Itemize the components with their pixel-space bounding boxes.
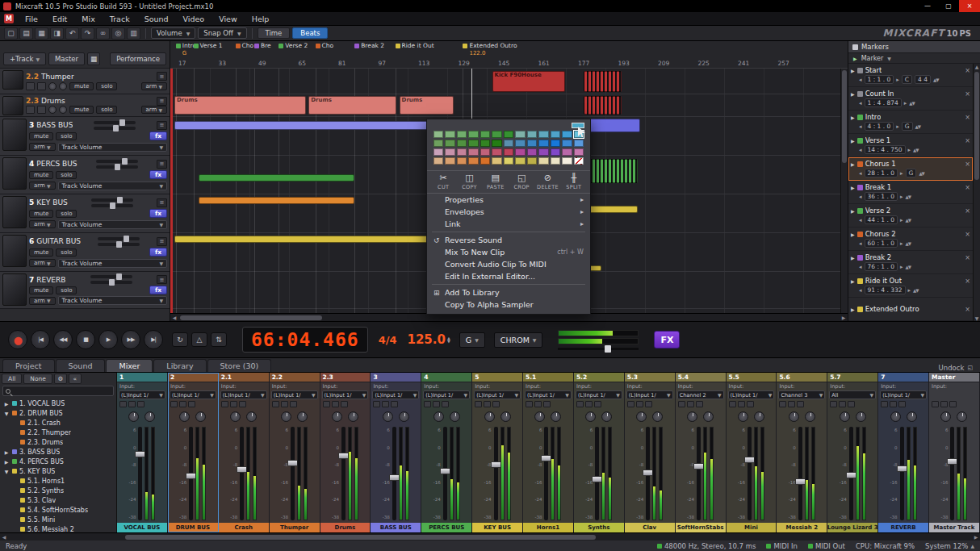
marker-color-icon[interactable] — [857, 255, 863, 261]
solo-icon[interactable] — [332, 401, 339, 407]
channel-number[interactable]: 5.6 — [777, 373, 827, 382]
input-select[interactable]: Channel 2▼ — [677, 390, 724, 399]
marker-spin-buttons[interactable]: ▲▼ — [906, 265, 911, 269]
send-knob[interactable] — [754, 411, 764, 422]
marker-timesig[interactable]: 4 4 — [915, 75, 931, 84]
marker-delete-button[interactable]: × — [965, 137, 970, 144]
menu-item-reverse-sound[interactable]: ↺Reverse Sound — [427, 234, 590, 246]
stop-button[interactable]: ■ — [76, 330, 95, 349]
input-select[interactable]: (L)Input 1/▼ — [220, 390, 267, 399]
marker-next-icon[interactable]: ▸ — [896, 77, 899, 83]
color-swatch[interactable] — [504, 157, 513, 165]
key-select[interactable]: G▼ — [459, 332, 485, 348]
marker-position[interactable]: 14 : 4 . 750 — [865, 145, 906, 154]
mute-icon[interactable] — [424, 401, 431, 407]
arm-icon[interactable] — [797, 401, 804, 407]
mute-button[interactable]: mute — [29, 286, 53, 294]
mute-icon[interactable] — [627, 401, 634, 407]
mixer-tree-item-5-3-clav[interactable]: 5.3. Clav — [0, 495, 116, 505]
input-select[interactable]: (L)Input 1/▼ — [372, 390, 419, 399]
marker-color-icon[interactable] — [857, 278, 863, 284]
marker-next-icon[interactable]: ▸ — [908, 147, 911, 153]
solo-button[interactable]: solo — [96, 82, 117, 90]
arm-icon[interactable] — [239, 401, 246, 407]
solo-icon[interactable] — [179, 401, 186, 407]
solo-icon[interactable] — [484, 401, 491, 407]
marker-color-icon[interactable] — [857, 91, 863, 97]
marker-play-icon[interactable]: ▶ — [851, 208, 855, 214]
color-swatch[interactable] — [562, 157, 572, 165]
midi-in-indicator[interactable]: MIDI In — [766, 542, 798, 550]
track-pan-slider[interactable] — [96, 165, 138, 169]
marker-position[interactable]: 76 : 1 . 0 — [865, 262, 898, 271]
channel-number[interactable]: 5.7 — [827, 373, 877, 382]
menu-item-mix-to-new-clip[interactable]: Mix To New Clip ctrl + W — [427, 246, 590, 258]
marker-spin-buttons[interactable]: ▲▼ — [913, 288, 918, 293]
fast-forward-button[interactable]: ▶▶ — [121, 330, 140, 349]
search-input[interactable] — [13, 387, 111, 394]
pan-knob[interactable] — [433, 411, 444, 422]
track-options-button[interactable]: ≡ — [157, 198, 167, 207]
marker-key[interactable]: C — [902, 75, 912, 84]
marker-row-verse-2[interactable]: ▶Verse 2× ◂44 : 1 . 0▸▲▼ — [848, 204, 973, 227]
marker-play-icon[interactable]: ▶ — [851, 115, 855, 120]
solo-icon[interactable] — [534, 401, 542, 407]
track-volume-slider[interactable] — [98, 237, 140, 240]
track-volume-select[interactable]: Track Volume▼ — [58, 182, 168, 190]
pan-knob[interactable] — [48, 106, 57, 114]
mixer-tree-item-3-bass-bus[interactable]: ▶ 3. BASS BUS — [0, 447, 116, 457]
timeline-marker-flag[interactable]: Extended Outro122.0 — [463, 42, 517, 56]
marker-row-extended-outro[interactable]: ▶Extended Outro× — [848, 298, 973, 321]
input-select[interactable]: Channel 3▼ — [778, 390, 825, 399]
track-volume-slider[interactable] — [90, 275, 132, 278]
marker-position[interactable]: 36 : 1 . 0 — [865, 192, 898, 201]
color-swatch[interactable] — [515, 140, 525, 147]
color-swatch[interactable] — [445, 148, 454, 156]
marker-play-icon[interactable]: ▶ — [851, 185, 855, 190]
volume-fader[interactable] — [392, 427, 396, 520]
arm-button[interactable]: arm ▼ — [29, 259, 56, 267]
color-swatch[interactable] — [468, 131, 478, 138]
marker-prev-icon[interactable]: ◂ — [859, 170, 862, 177]
solo-icon[interactable] — [585, 401, 593, 407]
color-swatch[interactable] — [574, 157, 584, 165]
color-swatch[interactable] — [527, 140, 537, 147]
arm-icon[interactable] — [290, 401, 297, 407]
crop-button[interactable]: ◱CROP — [509, 173, 534, 190]
mixer-tree-item-5-6-messiah-2[interactable]: 5.6. Messiah 2 — [0, 524, 116, 532]
color-swatch[interactable] — [433, 140, 443, 147]
color-swatch[interactable] — [527, 157, 537, 165]
menu-sound[interactable]: Sound — [137, 12, 176, 25]
arm-icon[interactable] — [848, 401, 855, 407]
tab-mixer[interactable]: Mixer — [106, 359, 153, 372]
channel-name[interactable]: Messiah 2 — [777, 523, 827, 532]
input-select[interactable]: (L)Input 1/▼ — [626, 390, 673, 399]
marker-prev-icon[interactable]: ◂ — [859, 240, 862, 247]
marker-row-break-1[interactable]: ▶Break 1× ◂36 : 1 . 0▸▲▼ — [848, 181, 973, 204]
channel-number[interactable]: 4 — [421, 373, 471, 382]
solo-icon[interactable] — [636, 401, 643, 407]
tab-sound[interactable]: Sound — [56, 359, 106, 372]
marker-key[interactable]: G — [906, 169, 917, 177]
marker-color-icon[interactable] — [857, 138, 863, 144]
input-select[interactable]: (L)Input 1/▼ — [474, 390, 521, 399]
marker-color-icon[interactable] — [857, 68, 863, 73]
pan-knob[interactable] — [383, 411, 393, 422]
track-options-button[interactable]: ≡ — [157, 72, 167, 81]
menu-item-convert-audio-clip-to-midi[interactable]: Convert Audio Clip To MIDI — [427, 258, 590, 270]
tree-expand-icon[interactable]: ▶ — [3, 449, 10, 455]
marker-next-icon[interactable]: ▸ — [900, 194, 903, 200]
channel-name[interactable]: Lounge Lizard 3 — [827, 523, 877, 532]
track-options-button[interactable]: ≡ — [157, 237, 167, 246]
menu-help[interactable]: Help — [245, 12, 277, 25]
solo-icon[interactable] — [738, 401, 745, 407]
track-pan-slider[interactable] — [90, 281, 132, 284]
send-knob[interactable] — [195, 411, 206, 422]
mixer-strip-vocal-bus[interactable]: 1 Input: (L)Input 1/▼ 60-8-16-24-38 VOCA… — [117, 373, 168, 532]
time-signature-display[interactable]: 4/4 — [379, 334, 397, 346]
marker-prev-icon[interactable]: ◂ — [859, 287, 862, 294]
solo-button[interactable]: solo — [96, 106, 117, 114]
fx-button[interactable]: fx — [149, 170, 167, 179]
arm-icon[interactable] — [543, 401, 551, 407]
color-swatch[interactable] — [538, 131, 548, 138]
